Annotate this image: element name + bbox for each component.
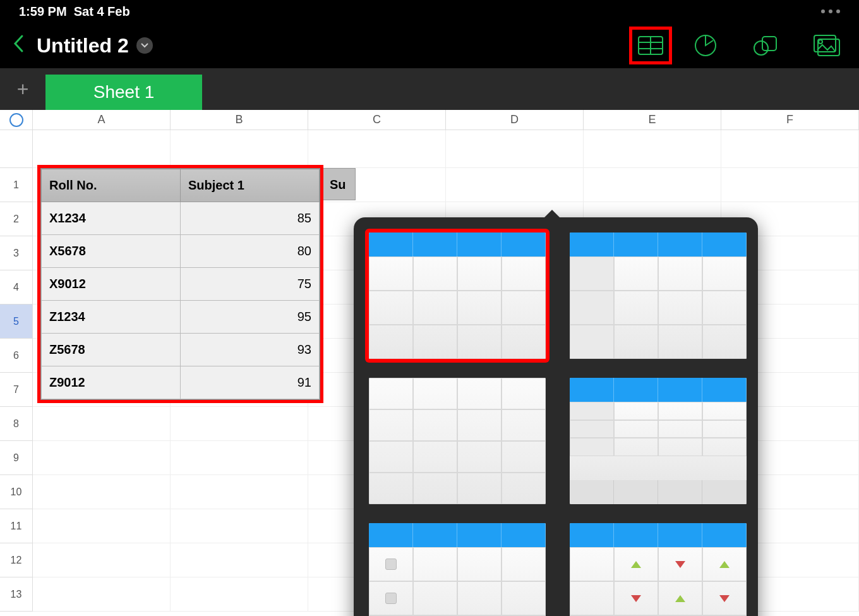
row-header[interactable] — [0, 130, 33, 168]
row-header[interactable]: 13 — [0, 577, 33, 612]
row-header[interactable]: 5 — [0, 305, 33, 339]
table-style-option[interactable] — [369, 378, 546, 504]
table-cell[interactable]: 93 — [181, 334, 320, 366]
table-cell[interactable]: Z9012 — [42, 366, 181, 399]
table-icon[interactable] — [637, 32, 664, 59]
table-cell[interactable]: Z1234 — [42, 301, 181, 334]
shapes-icon[interactable] — [753, 32, 779, 59]
table-cell[interactable]: 85 — [181, 202, 320, 235]
sheet-tab-1[interactable]: Sheet 1 — [45, 75, 202, 110]
status-time-date: 1:59 PM Sat 4 Feb — [19, 4, 130, 19]
row-header[interactable]: 9 — [0, 441, 33, 475]
more-menu-icon[interactable] — [821, 9, 840, 13]
table-cell[interactable]: Z5678 — [42, 334, 181, 366]
col-header[interactable]: B — [171, 110, 308, 130]
col-header[interactable]: C — [308, 110, 446, 130]
sheet-tabs: + Sheet 1 — [0, 68, 859, 110]
row-header[interactable]: 7 — [0, 373, 33, 407]
column-headers: A B C D E F — [0, 110, 859, 130]
partial-header: Su — [323, 168, 356, 200]
inserted-table[interactable]: Roll No. Subject 1 X123485 X567880 X9012… — [40, 168, 320, 400]
svg-point-9 — [819, 40, 822, 44]
row-header[interactable]: 11 — [0, 509, 33, 543]
table-style-option[interactable] — [570, 378, 747, 504]
table-cell[interactable]: 75 — [181, 268, 320, 301]
media-icon[interactable] — [814, 32, 840, 59]
table-cell[interactable]: 80 — [181, 235, 320, 268]
titlebar: Untitled 2 — [0, 23, 859, 68]
table-cell[interactable]: X5678 — [42, 235, 181, 268]
table-cell[interactable]: X1234 — [42, 202, 181, 235]
row-header[interactable]: 6 — [0, 339, 33, 373]
col-header[interactable]: F — [721, 110, 859, 130]
row-header[interactable]: 4 — [0, 270, 33, 305]
table-cell[interactable]: X9012 — [42, 268, 181, 301]
row-header[interactable]: 10 — [0, 475, 33, 509]
table-style-option[interactable] — [369, 233, 546, 359]
doc-title[interactable]: Untitled 2 — [37, 34, 153, 57]
table-style-option[interactable] — [570, 523, 747, 616]
row-header[interactable]: 3 — [0, 236, 33, 270]
row-header[interactable]: 8 — [0, 407, 33, 441]
row-headers: 1 2 3 4 5 6 7 8 9 10 11 12 13 — [0, 130, 33, 612]
row-header[interactable]: 12 — [0, 543, 33, 577]
select-all-corner[interactable] — [0, 110, 33, 130]
add-sheet-button[interactable]: + — [0, 68, 45, 110]
table-header[interactable]: Subject 1 — [181, 169, 320, 202]
row-header[interactable]: 1 — [0, 168, 33, 202]
chevron-down-icon[interactable] — [136, 37, 153, 54]
col-header[interactable]: D — [446, 110, 584, 130]
svg-rect-5 — [762, 37, 776, 51]
table-cell[interactable]: 91 — [181, 366, 320, 399]
table-cell[interactable]: 95 — [181, 301, 320, 334]
status-bar: 1:59 PM Sat 4 Feb — [0, 0, 859, 23]
svg-point-6 — [754, 41, 768, 55]
table-style-option[interactable] — [570, 233, 747, 359]
table-styles-popover — [354, 217, 758, 616]
table-header[interactable]: Roll No. — [42, 169, 181, 202]
table-insert-highlight — [629, 27, 672, 64]
col-header[interactable]: A — [33, 110, 171, 130]
chart-icon[interactable] — [692, 32, 719, 59]
col-header[interactable]: E — [584, 110, 721, 130]
back-button[interactable] — [13, 34, 24, 57]
spreadsheet: A B C D E F 1 2 3 4 5 6 7 8 9 10 11 12 1… — [0, 110, 859, 615]
row-header[interactable]: 2 — [0, 202, 33, 236]
table-style-option[interactable] — [369, 523, 546, 616]
